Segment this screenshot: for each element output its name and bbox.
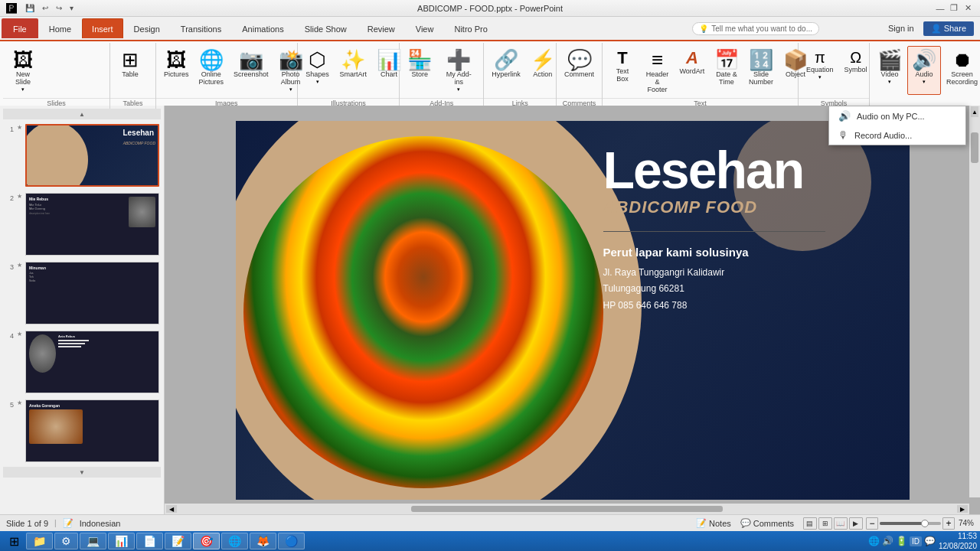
tab-home[interactable]: Home — [39, 18, 81, 38]
clock[interactable]: 11:53 12/08/2020 — [939, 531, 977, 551]
shapes-icon: ⬡ — [309, 50, 326, 70]
customize-quick-btn[interactable]: ▾ — [67, 3, 76, 13]
online-pictures-button[interactable]: 🌐 OnlinePictures — [194, 46, 229, 95]
hyperlink-button[interactable]: 🔗 Hyperlink — [487, 46, 525, 95]
equation-icon: π — [815, 50, 825, 65]
tab-design[interactable]: Design — [124, 18, 170, 38]
redo-quick-btn[interactable]: ↪ — [54, 3, 64, 13]
store-icon: 🏪 — [407, 50, 432, 70]
pictures-button[interactable]: 🖼 Pictures — [159, 46, 194, 95]
symbol-button[interactable]: Ω Symbol — [839, 46, 873, 95]
taskbar-firefox[interactable]: 🦊 — [250, 533, 276, 549]
horizontal-scrollbar[interactable]: ◀ ▶ — [165, 504, 969, 514]
volume-icon[interactable]: 🔊 — [882, 536, 893, 546]
share-button[interactable]: 👤 Share — [923, 21, 974, 36]
record-audio-item[interactable]: 🎙 Record Audio... — [829, 126, 965, 145]
taskbar-powerpoint[interactable]: 🎯 — [193, 533, 220, 549]
comment-button[interactable]: 💬 Comment — [560, 46, 599, 95]
h-scrollbar-thumb[interactable] — [411, 506, 724, 512]
close-btn[interactable]: ✕ — [962, 3, 974, 14]
taskbar-notepad[interactable]: 📝 — [165, 533, 191, 549]
slide-item-4[interactable]: 4 ★ Ania Rebus — [3, 329, 161, 395]
hyperlink-icon: 🔗 — [494, 50, 518, 70]
zoom-plus-btn[interactable]: + — [942, 517, 955, 530]
tab-insert[interactable]: Insert — [82, 18, 123, 38]
zoom-minus-btn[interactable]: − — [866, 517, 878, 530]
wordart-icon: A — [686, 50, 698, 67]
new-slide-dropdown[interactable]: ▾ — [21, 86, 24, 93]
equation-button[interactable]: π Equation ▾ — [802, 46, 838, 95]
action-center-icon[interactable]: 💬 — [924, 536, 936, 546]
language-indicator[interactable]: ID — [910, 536, 922, 546]
new-slide-button[interactable]: 🖼 NewSlide ▾ — [6, 46, 40, 95]
wordart-button[interactable]: A WordArt — [675, 46, 709, 95]
store-button[interactable]: 🏪 Store — [403, 46, 436, 95]
save-quick-btn[interactable]: 💾 — [23, 3, 37, 13]
tell-me-search[interactable]: 💡 Tell me what you want to do... — [692, 22, 819, 35]
ribbon-group-text: T TextBox ≡ Header& Footer A WordArt 📅 D… — [603, 43, 799, 109]
minimize-btn[interactable]: — — [934, 3, 946, 14]
scrollbar-thumb[interactable] — [971, 132, 978, 163]
tab-nitro[interactable]: Nitro Pro — [444, 18, 497, 38]
taskbar-computer[interactable]: 💻 — [80, 533, 106, 549]
audio-on-pc-item[interactable]: 🔊 Audio on My PC... — [829, 106, 965, 126]
normal-view-btn[interactable]: ▤ — [803, 517, 817, 530]
taskbar-chrome1[interactable]: 🌐 — [221, 533, 248, 549]
slide-canvas[interactable]: Lesehan ABDICOMP FOOD Perut lapar kami s… — [236, 121, 910, 500]
taskbar: ⊞ 📁 ⚙ 💻 📊 📄 📝 🎯 🌐 🦊 🔵 🌐 🔊 🔋 ID 💬 — [0, 531, 980, 551]
window-controls: — ❐ ✕ — [934, 3, 974, 14]
my-addins-button[interactable]: ➕ My Add-ins ▾ — [437, 46, 480, 95]
smartart-button[interactable]: ✨ SmartArt — [335, 46, 372, 95]
slide-item-1[interactable]: 1 ★ Lesehan ABDICOMP FOOD — [3, 122, 161, 188]
sign-in-button[interactable]: Sign in — [884, 22, 919, 34]
network-icon[interactable]: 🌐 — [868, 536, 880, 546]
symbol-icon: Ω — [850, 50, 861, 65]
tab-transitions[interactable]: Transitions — [171, 18, 231, 38]
tab-animations[interactable]: Animations — [232, 18, 293, 38]
slide-item-3[interactable]: 3 ★ Minuman JusTehSoda — [3, 260, 161, 326]
slide-item-2[interactable]: 2 ★ Mie Rebus Mie Telur Mie Goreng descr… — [3, 191, 161, 257]
restore-btn[interactable]: ❐ — [948, 3, 960, 14]
video-button[interactable]: 🎬 Video ▾ — [873, 46, 906, 95]
date-time-button[interactable]: 📅 Date &Time — [710, 46, 743, 95]
taskbar-excel[interactable]: 📊 — [108, 533, 135, 549]
vertical-scrollbar[interactable]: ▲ — [969, 106, 980, 497]
screen-recording-button[interactable]: ⏺ ScreenRecording — [942, 46, 980, 95]
zoom-slider[interactable] — [880, 522, 941, 525]
table-button[interactable]: ⊞ Table — [113, 46, 147, 95]
taskbar-file-explorer[interactable]: 📁 — [26, 533, 53, 549]
reading-view-btn[interactable]: 📖 — [834, 517, 848, 530]
language[interactable]: Indonesian — [80, 519, 121, 528]
shapes-button[interactable]: ⬡ Shapes ▾ — [301, 46, 335, 95]
slide-number-button[interactable]: 🔢 SlideNumber — [744, 46, 778, 95]
windows-logo: ⊞ — [9, 534, 19, 549]
screenshot-button[interactable]: 📷 Screenshot — [229, 46, 273, 95]
status-bar: Slide 1 of 9 | 📝 Indonesian 📝 Notes 💬 Co… — [0, 514, 980, 531]
comments-icon: 💬 — [740, 518, 751, 528]
tab-review[interactable]: Review — [358, 18, 405, 38]
taskbar-word[interactable]: 📄 — [136, 533, 163, 549]
date-time-icon: 📅 — [714, 50, 739, 70]
slideshow-btn[interactable]: ▶ — [849, 517, 863, 530]
notes-button[interactable]: 📝 Notes — [693, 517, 734, 529]
lightbulb-icon: 💡 — [699, 24, 708, 33]
undo-quick-btn[interactable]: ↩ — [40, 3, 51, 13]
battery-icon[interactable]: 🔋 — [896, 536, 907, 546]
audio-button[interactable]: 🔊 Audio ▾ — [907, 46, 941, 95]
taskbar-settings[interactable]: ⚙ — [54, 533, 78, 549]
scroll-up[interactable]: ▲ — [3, 109, 161, 119]
tab-slideshow[interactable]: Slide Show — [295, 18, 357, 38]
slide-item-5[interactable]: 5 ★ Aneka Gorengan — [3, 398, 161, 464]
ribbon-group-slides: 🖼 NewSlide ▾ Slides — [3, 43, 110, 109]
start-button[interactable]: ⊞ — [3, 533, 24, 549]
tab-file[interactable]: File — [2, 18, 38, 38]
taskbar-chrome2[interactable]: 🔵 — [278, 533, 305, 549]
header-footer-button[interactable]: ≡ Header& Footer — [640, 46, 675, 95]
slide-sorter-btn[interactable]: ⊞ — [818, 517, 832, 530]
textbox-button[interactable]: T TextBox — [606, 46, 639, 95]
action-button[interactable]: ⚡ Action — [526, 46, 560, 95]
tab-view[interactable]: View — [406, 18, 444, 38]
ribbon-group-media: 🎬 Video ▾ 🔊 Audio ▾ ⏺ ScreenRecording — [870, 43, 977, 109]
comments-button[interactable]: 💬 Comments — [737, 517, 797, 529]
scroll-down[interactable]: ▼ — [3, 467, 161, 478]
